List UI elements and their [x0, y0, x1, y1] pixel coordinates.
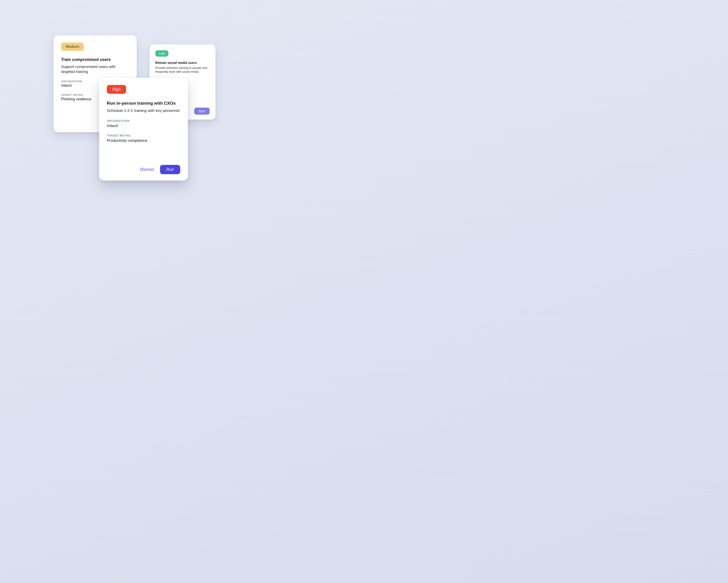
target-metric-label: TARGET METRIC — [107, 134, 180, 137]
organization-value: Initech — [107, 124, 180, 128]
dismiss-button[interactable]: Dismiss — [139, 166, 155, 173]
card-title: Retrain social media users — [155, 61, 210, 65]
run-button[interactable]: Run — [160, 165, 180, 174]
priority-badge-low: Low — [155, 50, 168, 57]
card-title: Train compromised users — [61, 57, 129, 62]
run-button[interactable]: Run — [194, 108, 210, 115]
recommendation-card-high: High Run in-person training with CXOs Sc… — [99, 78, 188, 180]
target-metric-value: Productivity compliance — [107, 138, 180, 143]
priority-badge-medium: Medium — [61, 43, 84, 51]
card-stage: Medium Train compromised users Support c… — [0, 0, 728, 583]
priority-badge-high: High — [107, 85, 126, 94]
card-description: Schedule 1-2-1 training with key personn… — [107, 108, 180, 113]
card-actions: Dismiss Run — [107, 160, 180, 174]
card-description: Support compromised users with targeted … — [61, 64, 129, 74]
organization-label: ORGANIZATION — [107, 119, 180, 123]
card-description: Provide refresher training to people who… — [155, 66, 210, 74]
card-title: Run in-person training with CXOs — [107, 101, 180, 106]
